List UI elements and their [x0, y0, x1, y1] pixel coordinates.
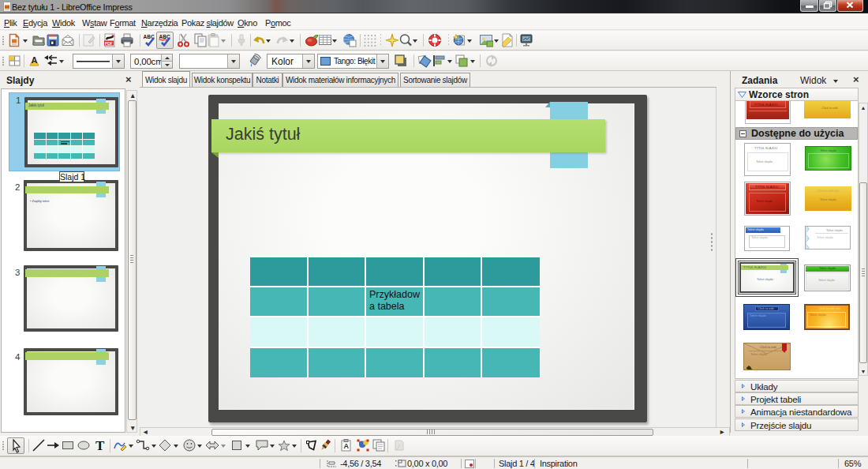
svg-text:A: A — [32, 55, 38, 65]
svg-text:PDF: PDF — [105, 41, 113, 46]
svg-text:T: T — [95, 438, 105, 452]
svg-text:A: A — [344, 442, 350, 450]
